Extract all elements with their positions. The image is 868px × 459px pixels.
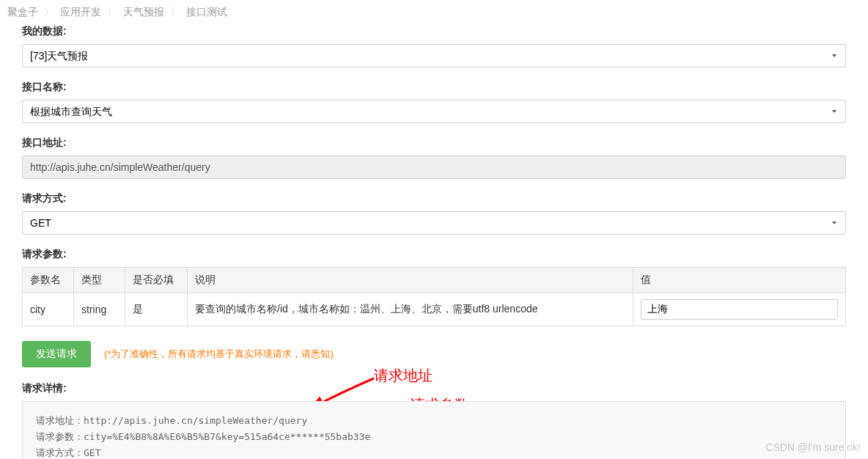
col-header-name: 参数名 [23,268,74,293]
detail-line: 请求参数：city=%E4%B8%8A%E6%B5%B7&key=515a64c… [36,431,370,442]
detail-box: 请求地址：http://apis.juhe.cn/simpleWeather/q… [22,401,846,459]
send-button[interactable]: 发送请求 [22,341,91,367]
col-header-value: 值 [633,268,846,293]
breadcrumb: 聚盒子 〉 应用开发 〉 天气预报 〉 接口测试 [0,0,868,25]
hint-text: (*为了准确性，所有请求均基于真实环境请求，请悉知) [104,348,334,361]
detail-label: 请求详情: [22,382,846,395]
param-value-input[interactable] [641,299,838,320]
breadcrumb-item[interactable]: 聚盒子 [7,6,38,19]
params-table: 参数名 类型 是否必填 说明 值 city string 是 要查询的城市名称/… [22,267,846,326]
params-label: 请求参数: [22,248,846,261]
mydata-select[interactable]: [73]天气预报 [22,44,846,67]
col-header-desc: 说明 [188,268,633,293]
chevron-right-icon: 〉 [44,6,54,19]
method-label: 请求方式: [22,192,846,205]
chevron-right-icon: 〉 [170,6,180,19]
col-header-required: 是否必填 [125,268,188,293]
table-header-row: 参数名 类型 是否必填 说明 值 [23,268,846,293]
method-select[interactable]: GET [22,211,846,235]
breadcrumb-item[interactable]: 天气预报 [123,6,164,19]
chevron-right-icon: 〉 [107,6,117,19]
watermark: CSDN @I'm sure ok! [765,441,861,453]
breadcrumb-item[interactable]: 应用开发 [60,6,101,19]
table-row: city string 是 要查询的城市名称/id，城市名称如：温州、上海、北京… [23,293,846,326]
param-required: 是 [125,293,188,326]
detail-line: 请求地址：http://apis.juhe.cn/simpleWeather/q… [36,415,307,426]
detail-line: 请求方式：GET [36,447,100,458]
col-header-type: 类型 [74,268,125,293]
apiname-label: 接口名称: [22,81,846,94]
param-name: city [23,293,74,326]
param-type: string [74,293,125,326]
param-desc: 要查询的城市名称/id，城市名称如：温州、上海、北京，需要utf8 urlenc… [188,293,633,326]
apiurl-input [22,155,846,179]
apiurl-label: 接口地址: [22,136,846,150]
apiname-select[interactable]: 根据城市查询天气 [22,100,846,123]
mydata-label: 我的数据: [22,25,846,38]
breadcrumb-current: 接口测试 [186,6,227,19]
param-value-cell [633,293,846,326]
